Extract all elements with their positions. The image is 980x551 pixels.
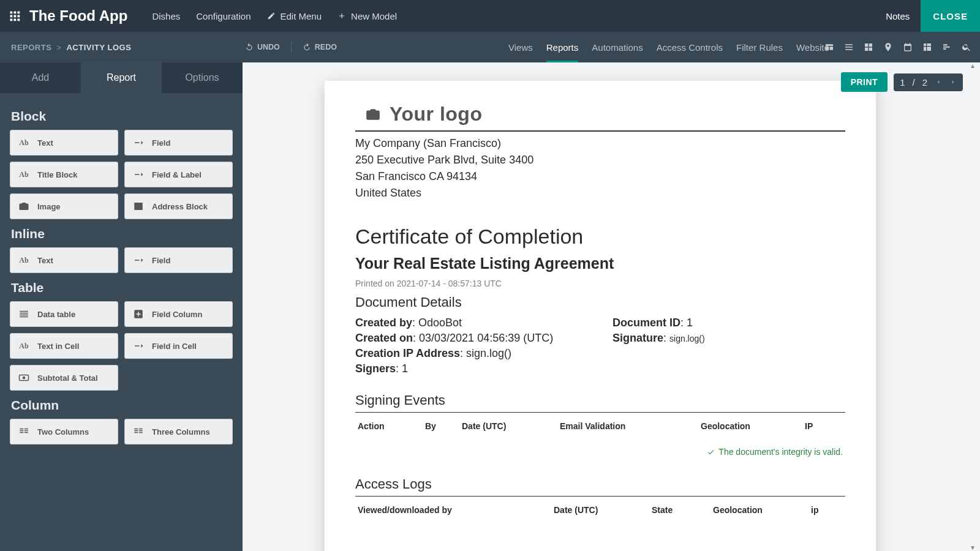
svg-rect-1 [14, 12, 17, 14]
next-page-icon[interactable] [949, 78, 957, 86]
card-view-icon[interactable] [824, 42, 834, 52]
undo-button[interactable]: UNDO [245, 43, 280, 51]
tab-filter-rules[interactable]: Filter Rules [736, 32, 783, 62]
money-icon [15, 369, 32, 386]
check-icon [707, 448, 715, 456]
prev-page-icon[interactable] [935, 78, 942, 86]
svg-rect-4 [14, 15, 17, 18]
redo-icon [303, 43, 311, 51]
redo-button[interactable]: REDO [303, 43, 337, 51]
company-street: 250 Executive Park Blvd, Suite 3400 [355, 152, 845, 168]
undo-icon [245, 43, 254, 51]
text-icon: Ab [15, 252, 32, 269]
group-title-column: Column [11, 398, 233, 413]
inline-text[interactable]: AbText [10, 247, 118, 273]
svg-rect-9 [865, 43, 868, 47]
company-country: United States [355, 185, 845, 201]
company-address: My Company (San Francisco) 250 Executive… [355, 135, 845, 201]
tab-views[interactable]: Views [508, 32, 533, 62]
svg-rect-10 [869, 43, 872, 47]
gantt-view-icon[interactable] [942, 42, 952, 52]
sidebar: Add Report Options Block AbText Field Ab… [0, 62, 243, 551]
tab-access-controls[interactable]: Access Controls [657, 32, 723, 62]
document-details: Created by: OdooBot Document ID: 1 Creat… [355, 317, 845, 375]
sidebar-tab-add[interactable]: Add [0, 62, 81, 93]
certificate-subtitle: Your Real Estate Listing Agreement [355, 255, 845, 272]
subnav-tabs: Views Reports Automations Access Control… [508, 32, 829, 62]
block-address-block[interactable]: Address Block [124, 193, 233, 219]
notes-link[interactable]: Notes [875, 11, 921, 21]
report-page[interactable]: Your logo My Company (San Francisco) 250… [325, 81, 876, 551]
group-title-block: Block [11, 109, 233, 124]
table-field-in-cell[interactable]: Field in Cell [124, 333, 233, 359]
svg-rect-5 [18, 15, 20, 18]
address-icon [130, 198, 147, 215]
pencil-icon [267, 12, 276, 20]
menu-edit-menu[interactable]: Edit Menu [267, 11, 322, 21]
add-column-icon [130, 305, 147, 323]
columns-icon [130, 423, 147, 440]
block-text[interactable]: AbText [10, 130, 118, 156]
print-button[interactable]: PRINT [841, 72, 888, 92]
columns-icon [15, 423, 32, 440]
page-current: 1 [900, 77, 905, 88]
breadcrumb-root[interactable]: REPORTS [11, 43, 51, 52]
plus-icon [337, 12, 346, 20]
block-field-label[interactable]: Field & Label [124, 162, 233, 187]
tab-reports[interactable]: Reports [546, 32, 579, 62]
inline-field[interactable]: Field [124, 247, 233, 273]
svg-rect-11 [865, 48, 868, 51]
certificate-title: Certificate of Completion [355, 225, 845, 249]
group-title-inline: Inline [11, 227, 233, 241]
field-icon [130, 337, 147, 354]
block-field[interactable]: Field [124, 130, 233, 156]
block-image[interactable]: Image [10, 193, 118, 219]
apps-launcher-icon[interactable] [0, 10, 29, 21]
menu-new-model[interactable]: New Model [337, 11, 397, 21]
company-city: San Francisco CA 94134 [355, 168, 845, 185]
list-view-icon[interactable] [844, 42, 854, 52]
field-icon [130, 166, 147, 183]
map-view-icon[interactable] [883, 42, 893, 52]
sidebar-tab-report[interactable]: Report [81, 62, 162, 93]
svg-rect-6 [10, 19, 13, 21]
svg-rect-3 [10, 15, 13, 18]
text-icon: Ab [15, 166, 32, 183]
column-three-columns[interactable]: Three Columns [124, 419, 233, 444]
signing-events-table: Action By Date (UTC) Email Validation Ge… [355, 418, 845, 437]
menu-configuration[interactable]: Configuration [196, 11, 251, 21]
svg-point-15 [23, 377, 26, 380]
calendar-view-icon[interactable] [903, 42, 913, 52]
close-button[interactable]: CLOSE [921, 0, 980, 32]
logo-placeholder: Your logo [390, 103, 482, 126]
company-name: My Company (San Francisco) [355, 135, 845, 152]
access-logs-table: Viewed/downloaded by Date (UTC) State Ge… [355, 501, 845, 521]
table-data-table[interactable]: Data table [10, 301, 118, 327]
table-icon [15, 305, 32, 323]
text-icon: Ab [15, 337, 32, 354]
camera-icon [15, 198, 32, 215]
tab-automations[interactable]: Automations [592, 32, 643, 62]
table-subtotal-total[interactable]: Subtotal & Total [10, 365, 118, 391]
table-text-in-cell[interactable]: AbText in Cell [10, 333, 118, 359]
block-title-block[interactable]: AbTitle Block [10, 162, 118, 187]
table-field-column[interactable]: Field Column [124, 301, 233, 327]
kanban-view-icon[interactable] [864, 42, 873, 52]
sub-nav: REPORTS > ACTIVITY LOGS UNDO REDO Views … [0, 32, 980, 62]
svg-rect-2 [18, 12, 20, 14]
grid-view-icon[interactable] [922, 42, 932, 52]
breadcrumb: REPORTS > ACTIVITY LOGS [11, 43, 131, 52]
svg-rect-7 [14, 19, 17, 21]
search-icon[interactable] [962, 42, 971, 52]
report-canvas: PRINT 1 / 2 Your logo My Company (San Fr… [243, 62, 980, 551]
scrollbar[interactable] [969, 62, 976, 551]
page-pager: 1 / 2 [894, 73, 963, 91]
svg-rect-0 [10, 12, 13, 14]
svg-rect-12 [869, 48, 872, 51]
access-logs-heading: Access Logs [355, 476, 845, 492]
sidebar-tab-options[interactable]: Options [162, 62, 243, 93]
menu-dishes[interactable]: Dishes [152, 11, 180, 21]
undo-label: UNDO [257, 43, 280, 51]
column-two-columns[interactable]: Two Columns [10, 419, 118, 444]
text-icon: Ab [15, 134, 32, 151]
